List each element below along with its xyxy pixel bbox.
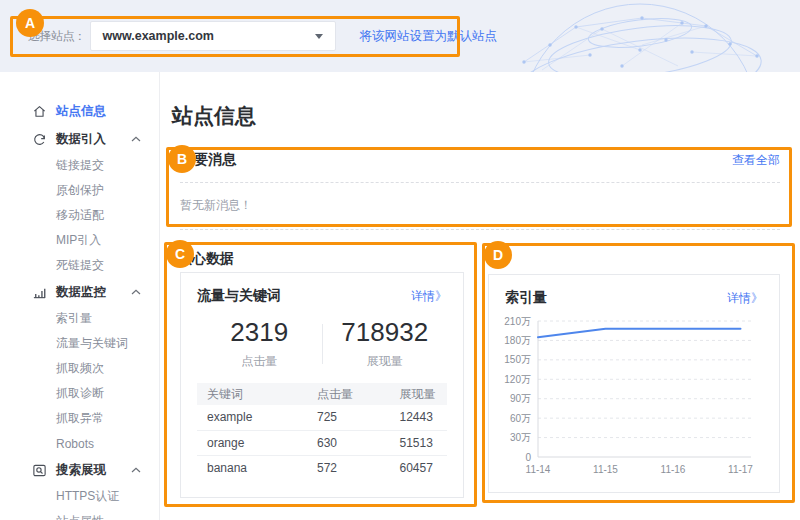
sidebar-item-label: 搜索展现 bbox=[56, 462, 131, 479]
svg-text:11-14: 11-14 bbox=[526, 464, 551, 475]
sidebar-menu: 站点信息数据引入链接提交原创保护移动适配MIP引入死链提交数据监控索引量流量与关… bbox=[0, 72, 159, 520]
traffic-keywords-card: 流量与关键词 详情》 2319 点击量 718932 展现量 关键词 点击量 展… bbox=[180, 272, 464, 498]
set-default-site-link[interactable]: 将该网站设置为默认站点 bbox=[360, 28, 498, 45]
sidebar-item[interactable]: 搜索展现 bbox=[0, 456, 159, 484]
clicks-cell: 725 bbox=[317, 405, 400, 430]
messages-header: 重要消息 查看全部 bbox=[180, 151, 780, 183]
traffic-stats: 2319 点击量 718932 展现量 bbox=[197, 317, 447, 370]
traffic-card-header: 流量与关键词 详情》 bbox=[197, 287, 447, 305]
sidebar-item-label: 链接提交 bbox=[56, 157, 141, 174]
clicks-cell: 572 bbox=[317, 455, 400, 480]
svg-text:90万: 90万 bbox=[510, 393, 531, 404]
svg-text:180万: 180万 bbox=[504, 335, 531, 346]
chevron-up-icon[interactable] bbox=[131, 289, 141, 295]
sidebar-subitem[interactable]: 流量与关键词 bbox=[0, 331, 159, 356]
svg-text:11-17: 11-17 bbox=[728, 464, 753, 475]
svg-text:120万: 120万 bbox=[504, 374, 531, 385]
site-select-value: www.example.com bbox=[103, 29, 214, 43]
impressions-cell: 60457 bbox=[400, 455, 448, 480]
chevron-down-icon bbox=[315, 34, 323, 39]
sidebar-item-label: Robots bbox=[56, 437, 141, 451]
clicks-value: 2319 bbox=[197, 317, 322, 347]
index-volume-chart: 030万60万90万120万150万180万210万11-1411-1511-1… bbox=[497, 309, 761, 481]
sidebar-item-label: 数据监控 bbox=[56, 284, 131, 301]
index-card-title: 索引量 bbox=[505, 289, 547, 307]
clicks-label: 点击量 bbox=[197, 353, 322, 370]
clicks-cell: 630 bbox=[317, 430, 400, 455]
sidebar-subitem[interactable]: 移动适配 bbox=[0, 203, 159, 228]
core-data-title: 核心数据 bbox=[178, 250, 234, 268]
index-detail-link[interactable]: 详情》 bbox=[727, 290, 763, 307]
col-header-clicks: 点击量 bbox=[317, 383, 400, 405]
annotation-badge-d: D bbox=[484, 241, 512, 269]
sidebar-item[interactable]: 数据引入 bbox=[0, 125, 159, 153]
svg-text:30万: 30万 bbox=[510, 432, 531, 443]
index-volume-card: 索引量 详情》 030万60万90万120万150万180万210万11-141… bbox=[488, 274, 780, 493]
impressions-stat: 718932 展现量 bbox=[323, 317, 448, 370]
sidebar-item-label: 数据引入 bbox=[56, 131, 131, 148]
impressions-cell: 12443 bbox=[400, 405, 448, 430]
chevron-up-icon[interactable] bbox=[131, 467, 141, 473]
table-row: banana57260457 bbox=[197, 455, 447, 480]
traffic-card-title: 流量与关键词 bbox=[197, 287, 281, 305]
topbar: 选择站点： www.example.com 将该网站设置为默认站点 bbox=[0, 0, 800, 72]
sidebar-item-label: 抓取诊断 bbox=[56, 385, 141, 402]
keyword-cell: example bbox=[197, 405, 317, 430]
keywords-table-body: example72512443orange63051513banana57260… bbox=[197, 405, 447, 480]
home-icon bbox=[32, 104, 56, 119]
globe-graphic bbox=[480, 0, 800, 72]
clicks-stat: 2319 点击量 bbox=[197, 317, 322, 370]
col-header-keyword: 关键词 bbox=[197, 383, 317, 405]
chart-icon bbox=[32, 285, 56, 300]
impressions-cell: 51513 bbox=[400, 430, 448, 455]
keywords-table-header-row: 关键词 点击量 展现量 bbox=[197, 383, 447, 405]
svg-text:11-15: 11-15 bbox=[593, 464, 618, 475]
site-select-row: 选择站点： www.example.com 将该网站设置为默认站点 bbox=[28, 21, 497, 51]
search-display-icon bbox=[32, 463, 56, 478]
traffic-detail-link[interactable]: 详情》 bbox=[411, 288, 447, 305]
sidebar-item-label: 流量与关键词 bbox=[56, 335, 141, 352]
keywords-table: 关键词 点击量 展现量 example72512443orange6305151… bbox=[197, 383, 447, 480]
svg-text:150万: 150万 bbox=[504, 354, 531, 365]
keyword-cell: banana bbox=[197, 455, 317, 480]
sidebar-subitem[interactable]: MIP引入 bbox=[0, 228, 159, 253]
svg-text:11-16: 11-16 bbox=[661, 464, 686, 475]
sidebar-item-label: 抓取频次 bbox=[56, 360, 141, 377]
sidebar-item[interactable]: 数据监控 bbox=[0, 278, 159, 306]
messages-title: 重要消息 bbox=[180, 151, 236, 169]
sidebar-subitem[interactable]: 抓取诊断 bbox=[0, 381, 159, 406]
sidebar-subitem[interactable]: 原创保护 bbox=[0, 178, 159, 203]
sidebar-subitem[interactable]: 站点属性 bbox=[0, 509, 159, 520]
svg-text:60万: 60万 bbox=[510, 413, 531, 424]
import-icon bbox=[32, 132, 56, 147]
site-select-label: 选择站点： bbox=[28, 28, 86, 45]
sidebar-item-label: 抓取异常 bbox=[56, 410, 141, 427]
sidebar: 站点信息数据引入链接提交原创保护移动适配MIP引入死链提交数据监控索引量流量与关… bbox=[0, 72, 160, 520]
sidebar-item[interactable]: 站点信息 bbox=[0, 97, 159, 125]
sidebar-item-label: MIP引入 bbox=[56, 232, 141, 249]
messages-section: 重要消息 查看全部 暂无新消息！ bbox=[180, 151, 780, 230]
sidebar-subitem[interactable]: 抓取频次 bbox=[0, 356, 159, 381]
chevron-up-icon[interactable] bbox=[131, 136, 141, 142]
table-row: orange63051513 bbox=[197, 430, 447, 455]
sidebar-subitem[interactable]: Robots bbox=[0, 431, 159, 456]
sidebar-subitem[interactable]: 链接提交 bbox=[0, 153, 159, 178]
sidebar-subitem[interactable]: 死链提交 bbox=[0, 253, 159, 278]
view-all-link[interactable]: 查看全部 bbox=[732, 152, 780, 169]
sidebar-item-label: 索引量 bbox=[56, 310, 141, 327]
sidebar-item-label: 死链提交 bbox=[56, 257, 141, 274]
app-window: 选择站点： www.example.com 将该网站设置为默认站点 站点信息数据… bbox=[0, 0, 800, 520]
sidebar-subitem[interactable]: 索引量 bbox=[0, 306, 159, 331]
sidebar-item-label: HTTPS认证 bbox=[56, 488, 141, 505]
table-row: example72512443 bbox=[197, 405, 447, 430]
page-title: 站点信息 bbox=[172, 102, 256, 130]
svg-text:0: 0 bbox=[525, 452, 531, 463]
impressions-label: 展现量 bbox=[323, 353, 448, 370]
site-select-dropdown[interactable]: www.example.com bbox=[90, 21, 336, 51]
sidebar-item-label: 原创保护 bbox=[56, 182, 141, 199]
keyword-cell: orange bbox=[197, 430, 317, 455]
sidebar-item-label: 移动适配 bbox=[56, 207, 141, 224]
sidebar-subitem[interactable]: 抓取异常 bbox=[0, 406, 159, 431]
sidebar-subitem[interactable]: HTTPS认证 bbox=[0, 484, 159, 509]
col-header-impressions: 展现量 bbox=[400, 383, 448, 405]
